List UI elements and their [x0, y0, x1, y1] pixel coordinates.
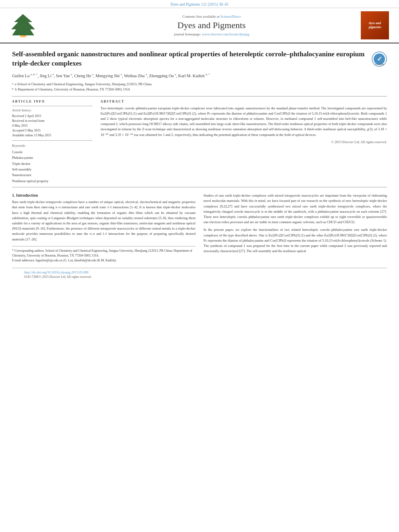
keyword-1: Corrole: [12, 149, 93, 155]
journal-badge: dyes and pigments: [361, 11, 389, 39]
homepage-link[interactable]: www.elsevier.com/locate/dyepig: [202, 32, 249, 36]
article-info-heading: ARTICLE INFO: [12, 100, 93, 103]
footnote-email: E-mail addresses: luguifen@ujs.edu.cn (G…: [12, 258, 195, 263]
journal-header: ELSEVIER Contents lists available at Sci…: [0, 8, 399, 43]
elsevier-logo-area: ELSEVIER: [8, 13, 64, 37]
footer-bar: http://dx.doi.org/10.1016/j.dyepig.2015.…: [12, 268, 387, 282]
elsevier-logo: ELSEVIER: [8, 13, 38, 37]
copyright: © 2015 Elsevier Ltd. All rights reserved…: [101, 140, 387, 144]
crossmark-area: ✓ CrossMark: [372, 51, 387, 68]
main-content: ✓ CrossMark Self-assembled organic nanos…: [0, 43, 399, 288]
abstract-heading: ABSTRACT: [101, 100, 387, 103]
footnote-section: * Corresponding authors. School of Chemi…: [12, 246, 195, 263]
keywords-list: Corrole Phthalocyanine Triple-decker Sel…: [12, 149, 93, 184]
journal-reference: Dyes and Pigments 121 (2015) 38–45: [0, 0, 399, 8]
svg-text:CrossMark: CrossMark: [374, 63, 385, 66]
intro-para-3: In the present paper, we explore the fun…: [204, 227, 387, 254]
journal-header-center: Contents lists available at ScienceDirec…: [64, 14, 359, 36]
sciencedirect-line: Contents lists available at ScienceDirec…: [64, 14, 359, 18]
keyword-4: Self-assembly: [12, 166, 93, 172]
abstract-col: ABSTRACT Two heteroleptic corrole–phthal…: [101, 100, 387, 184]
article-info-col: ARTICLE INFO Article history: Received 2…: [12, 100, 93, 184]
intro-para-2: Studies of rare earth triple-decker comp…: [204, 193, 387, 225]
sciencedirect-link[interactable]: ScienceDirect: [220, 14, 241, 18]
intro-para-1: Rare earth triple-decker tetrapyrrole co…: [12, 199, 195, 242]
article-title-area: ✓ CrossMark Self-assembled organic nanos…: [12, 50, 387, 68]
journal-homepage: journal homepage: www.elsevier.com/locat…: [64, 32, 359, 36]
divider: [12, 96, 387, 97]
keyword-6: Nonlinear optical property: [12, 178, 93, 184]
body-content: 1. Introduction Rare earth triple-decker…: [12, 193, 387, 263]
section1-title: 1. Introduction: [12, 193, 195, 197]
issn-text: 0143-7208/© 2015 Elsevier Ltd. All right…: [24, 275, 387, 279]
keyword-2: Phthalocyanine: [12, 155, 93, 160]
keywords-section: Keywords: Corrole Phthalocyanine Triple-…: [12, 144, 93, 184]
crossmark-icon: ✓ CrossMark: [372, 51, 387, 67]
abstract-text: Two heteroleptic corrole–phthalocyanine …: [101, 106, 387, 138]
article-info-box: Article history: Received 2 April 2015 R…: [12, 106, 93, 141]
revised-date: 4 May 2015: [12, 123, 93, 128]
body-right-col: Studies of rare earth triple-decker comp…: [204, 193, 387, 263]
divider-2: [12, 187, 387, 187]
keyword-3: Triple-decker: [12, 161, 93, 166]
svg-text:ELSEVIER: ELSEVIER: [16, 35, 30, 37]
article-info-abstract: ARTICLE INFO Article history: Received 2…: [12, 100, 387, 184]
journal-title: Dyes and Pigments: [64, 20, 359, 31]
article-title: Self-assembled organic nanostructures an…: [12, 50, 387, 68]
accepted-date: Accepted 5 May 2015: [12, 128, 93, 133]
body-left-col: 1. Introduction Rare earth triple-decker…: [12, 193, 195, 263]
footnote-text: * Corresponding authors. School of Chemi…: [12, 249, 195, 258]
svg-text:✓: ✓: [377, 55, 382, 62]
elsevier-tree-icon: ELSEVIER: [8, 13, 38, 37]
doi-link[interactable]: http://dx.doi.org/10.1016/j.dyepig.2015.…: [24, 270, 387, 274]
received-revised-label: Received in revised form: [12, 119, 93, 123]
authors: Guifen Lu a, b, *, Jing Li a, Sen Yan a,…: [12, 72, 387, 79]
keywords-label: Keywords:: [12, 144, 93, 148]
available-date: Available online 15 May 2015: [12, 133, 93, 138]
received-date: Received 2 April 2015: [12, 114, 93, 119]
journal-badge-area: dyes and pigments: [359, 11, 391, 39]
keyword-5: Nanostructure: [12, 172, 93, 178]
affiliations: a a School of Chemistry and Chemical Eng…: [12, 82, 387, 92]
history-label: Article history:: [12, 109, 93, 112]
